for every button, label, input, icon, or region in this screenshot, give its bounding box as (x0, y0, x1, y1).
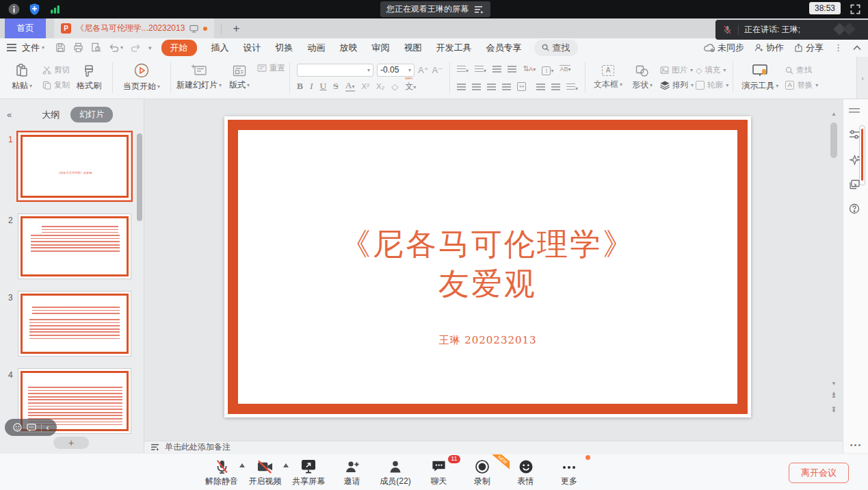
banner-list-icon[interactable] (475, 5, 484, 14)
duplicate-slide-icon[interactable] (849, 179, 861, 192)
underline-button[interactable]: U (320, 81, 327, 92)
file-menu[interactable]: 文件▾ (22, 42, 44, 54)
justify-button[interactable] (502, 83, 511, 90)
font-size-select[interactable]: -0.05▾ (377, 64, 415, 77)
line-height-button[interactable] (551, 83, 560, 90)
outline-tab[interactable]: 大纲 (42, 109, 60, 121)
start-video-button[interactable]: 开启视频 (249, 457, 282, 487)
ribbon-find-button[interactable]: 查找 (785, 65, 818, 75)
row-spacing-button[interactable]: ▾ (566, 81, 578, 93)
paragraph-spacing-button[interactable] (536, 83, 545, 90)
canvas-scroll-thumb[interactable] (830, 122, 837, 158)
copy-button[interactable]: 复制 (42, 80, 70, 90)
scroll-up-icon[interactable]: ▲ (829, 112, 839, 117)
presentation-tools-button[interactable]: 演示工具▾ (737, 64, 782, 92)
meeting-security-shield-icon[interactable] (27, 2, 42, 16)
more-button[interactable]: 更多 (553, 457, 586, 487)
superscript-button[interactable]: X² (362, 82, 370, 90)
scroll-down-icon[interactable]: ▼ (829, 381, 839, 387)
hamburger-menu-icon[interactable] (7, 44, 16, 51)
text-fit-button[interactable]: AB▾ (560, 65, 570, 73)
invite-button[interactable]: 邀请 (336, 457, 369, 487)
unmute-button[interactable]: 解除静音 (205, 457, 238, 487)
save-icon[interactable] (55, 42, 66, 53)
statusbar-more-icon[interactable]: ••• (843, 441, 868, 449)
replace-button[interactable]: A 替换▾ (785, 80, 818, 90)
reset-button[interactable]: 重置 (257, 63, 285, 73)
rail-menu-icon[interactable] (849, 107, 861, 120)
align-center-button[interactable] (472, 83, 481, 90)
clear-format-button[interactable]: ◇ (391, 81, 398, 92)
sidebar-scrollbar[interactable] (137, 133, 142, 221)
menu-tab-devtools[interactable]: 开发工具 (436, 42, 472, 54)
menu-tab-design[interactable]: 设计 (244, 42, 261, 54)
bullets-button[interactable]: ▾ (457, 63, 469, 75)
cut-button[interactable]: 剪切 (42, 65, 70, 75)
emoji-quickbar[interactable]: ‹ (5, 419, 57, 436)
menu-tab-member[interactable]: 会员专享 (486, 42, 522, 54)
increase-font-button[interactable]: A⁺ (418, 65, 429, 75)
share-button[interactable]: 分享 (794, 42, 824, 54)
align-left-button[interactable] (457, 83, 466, 90)
new-tab-button[interactable]: + (233, 23, 239, 34)
subscript-button[interactable]: X₂ (376, 82, 384, 90)
members-button[interactable]: 成员(22) (379, 457, 412, 487)
quick-chat-icon[interactable] (27, 424, 36, 432)
document-tab[interactable]: P 《尼各马可伦理学...20232013 (54, 18, 214, 38)
mic-options-caret[interactable] (239, 463, 245, 467)
sync-status[interactable]: 未同步 (704, 42, 744, 54)
textbox-button[interactable]: A 文本框▾ (590, 65, 627, 90)
more-menu-icon[interactable]: ⋮ (834, 42, 843, 53)
slides-tab[interactable]: 幻灯片 (70, 107, 113, 122)
numbering-button[interactable]: ▾ (475, 63, 486, 75)
decrease-indent-button[interactable] (492, 65, 501, 73)
new-slide-button[interactable]: 新建幻灯片▾ (175, 64, 223, 91)
customize-quickbar-icon[interactable]: ▾ (148, 44, 152, 51)
undo-icon[interactable]: ▾ (109, 43, 123, 52)
italic-button[interactable]: I (310, 81, 313, 92)
menu-tab-view[interactable]: 视图 (404, 42, 422, 54)
picture-button[interactable]: 图片▾ (660, 65, 694, 75)
outline-button[interactable]: 轮廓▾ (696, 80, 728, 90)
notes-bar[interactable]: 单击此处添加备注 (144, 441, 843, 453)
collapse-ribbon-icon[interactable] (853, 45, 861, 51)
font-color-button[interactable]: A▾ (345, 81, 355, 92)
slide-thumbnail-3[interactable] (18, 291, 131, 357)
video-options-caret[interactable] (283, 463, 289, 467)
help-icon[interactable] (849, 203, 861, 216)
menubar-find-button[interactable]: 查找 (534, 40, 578, 56)
collaborate-button[interactable]: 协作 (754, 42, 784, 54)
menu-tab-start[interactable]: 开始 (161, 40, 197, 56)
bold-button[interactable]: B (297, 81, 303, 92)
previous-slide-button[interactable]: ▲▲ (829, 392, 839, 398)
layout-button[interactable]: 版式▾ (223, 65, 256, 91)
redo-icon[interactable] (131, 43, 141, 52)
menu-tab-transition[interactable]: 切换 (276, 42, 293, 54)
line-spacing-options-button[interactable]: ↕▾ (542, 63, 553, 75)
slide-thumbnail-2[interactable] (18, 214, 131, 279)
paste-button[interactable]: 粘贴▾ (4, 64, 40, 92)
font-name-select[interactable]: ▾ (297, 64, 373, 77)
add-slide-button[interactable]: + (53, 437, 89, 449)
print-preview-icon[interactable] (91, 42, 101, 53)
canvas-scrollbar[interactable]: ▲ ▼ ▲▲ ▼▼ (829, 99, 839, 441)
home-tab[interactable]: 首页 (5, 18, 46, 38)
menu-tab-insert[interactable]: 插入 (211, 42, 229, 54)
fullscreen-toggle-icon[interactable] (848, 2, 863, 16)
next-slide-button[interactable]: ▼▼ (829, 407, 839, 413)
play-from-current-button[interactable]: 当页开始▾ (117, 63, 166, 92)
slide-thumbnail-1[interactable]: 《尼各马可伦理学》友爱观 (18, 132, 131, 201)
distribute-text-button[interactable]: ⇿ (517, 82, 526, 91)
text-direction-button[interactable]: ⇅A▾ (523, 64, 536, 73)
quick-emoji-icon[interactable] (13, 423, 22, 432)
print-icon[interactable] (73, 42, 83, 53)
collapse-sidebar-icon[interactable]: « (7, 109, 12, 120)
emoji-button[interactable]: 表情 (510, 457, 542, 487)
network-signal-icon[interactable] (48, 2, 62, 16)
quickbar-collapse-icon[interactable]: ‹ (47, 424, 49, 432)
ribbon-expand-strip[interactable]: › (856, 57, 868, 99)
align-right-button[interactable] (487, 83, 496, 90)
strikethrough-button[interactable]: S (333, 81, 339, 92)
share-screen-button[interactable]: 共享屏幕 (292, 457, 325, 487)
chat-button[interactable]: 11 聊天 (423, 457, 456, 487)
